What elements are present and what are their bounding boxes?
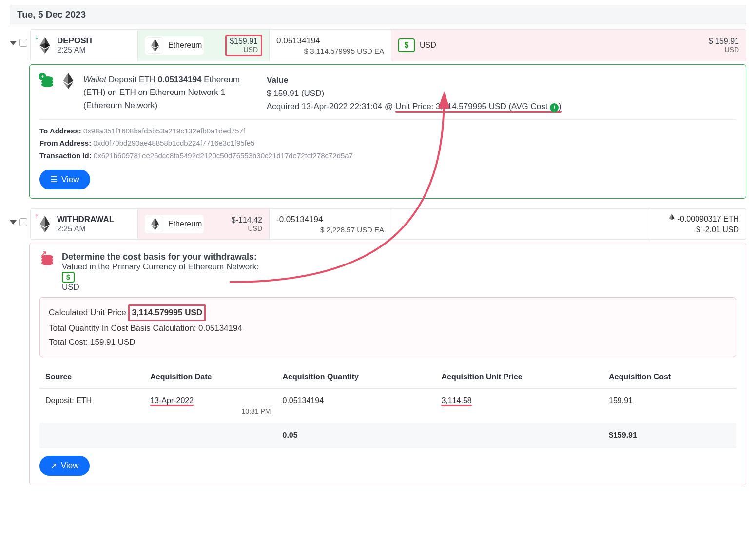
col-acq-qty: Acquisition Quantity — [277, 366, 436, 389]
tx-type-cell: ↓ DEPOSIT 2:25 AM — [31, 30, 138, 61]
menu-icon: ☰ — [50, 174, 58, 185]
quantity: -0.05134194 — [276, 215, 323, 225]
highlighted-unit-price: Unit Price: 3,114.579995 USD (AVG Cost i… — [395, 102, 562, 113]
col-source: Source — [39, 366, 144, 389]
fee-usd: $ -2.01 USD — [696, 226, 739, 234]
from-address: 0xd0f70bd290ae48858b1cdb224f7716e3c1f95f… — [93, 139, 254, 147]
withdrawal-stack-icon: ↗ — [39, 252, 56, 268]
ethereum-icon — [38, 217, 52, 231]
coin-name: Ethereum — [168, 41, 202, 50]
tx-amount-cell: 0.05134194 $ 3,114.579995 USD EA — [270, 30, 391, 61]
expand-caret-icon[interactable] — [10, 41, 17, 45]
tx-fee-cell: -0.00090317 ETH $ -2.01 USD — [648, 209, 746, 239]
transaction-row-withdrawal: ↑ WITHDRAWAL 2:25 AM Ethereum $-114.42 U… — [10, 208, 746, 240]
tx-time: 2:25 AM — [57, 46, 94, 55]
arrow-up-icon: ↑ — [35, 212, 39, 221]
table-header-row: Source Acquisition Date Acquisition Quan… — [39, 366, 736, 389]
tx-empty-cell — [391, 209, 648, 239]
fiat-unit: USD — [709, 46, 739, 54]
select-checkbox[interactable] — [19, 39, 27, 47]
table-row: Deposit: ETH 13-Apr-2022 10:31 PM 0.0513… — [39, 388, 736, 423]
expand-caret-icon[interactable] — [10, 220, 17, 225]
tx-amount-cell: -0.05134194 $ 2,228.57 USD EA — [270, 209, 391, 239]
total-qty: 0.05 — [277, 423, 436, 448]
dollar-icon: $ — [62, 272, 75, 283]
cell-price: 3,114.58 — [435, 388, 603, 423]
unit-price: $ 2,228.57 USD EA — [320, 226, 384, 234]
open-icon: ↗ — [50, 461, 57, 471]
dollar-icon: $ — [398, 38, 415, 52]
info-icon[interactable]: i — [550, 103, 559, 112]
total-qty-line: Total Quantity In Cost Basis Calculation… — [49, 321, 727, 336]
cost-basis-subline: Valued in the Primary Currency of Ethere… — [62, 262, 259, 292]
calculation-box: Calculated Unit Price 3,114.579995 USD T… — [39, 297, 736, 357]
total-cost: $159.91 — [603, 423, 736, 448]
tx-coin-cell: Ethereum $159.91 USD — [138, 30, 270, 61]
wallet-description: Wallet Deposit ETH 0.05134194 Ethereum (… — [83, 74, 259, 112]
tx-coin-cell: Ethereum $-114.42 USD — [138, 209, 270, 239]
date-header: Tue, 5 Dec 2023 — [10, 5, 746, 24]
select-checkbox[interactable] — [19, 218, 27, 226]
unit-price: $ 3,114.579995 USD EA — [304, 47, 384, 55]
cell-source: Deposit: ETH — [39, 388, 144, 423]
tx-type-label: WITHDRAWAL — [57, 215, 114, 225]
ethereum-icon — [38, 38, 52, 53]
arrow-down-icon: ↓ — [35, 33, 39, 41]
deposit-expand-panel: + Wallet Deposit ETH 0.05134194 Ethereum… — [29, 64, 746, 199]
tx-type-label: DEPOSIT — [57, 36, 94, 46]
table-totals-row: 0.05 $159.91 — [39, 423, 736, 448]
tx-time: 2:25 AM — [57, 225, 114, 233]
transaction-id: 0x621b609781ee26dcc8fa5492d2120c50d76553… — [94, 151, 353, 160]
deposit-stack-icon: + — [39, 74, 56, 90]
cell-cost: 159.91 — [603, 388, 736, 423]
quantity: 0.05134194 — [276, 36, 320, 46]
tx-fiat-cell: $ USD $ 159.91 USD — [391, 30, 746, 61]
ethereum-icon — [669, 214, 675, 225]
fee-qty: -0.00090317 ETH — [678, 215, 739, 224]
ethereum-icon — [147, 37, 163, 54]
ethereum-icon — [61, 74, 76, 88]
coin-name: Ethereum — [168, 220, 202, 228]
transaction-row-deposit: ↓ DEPOSIT 2:25 AM Ethereum $159.91 USD 0 — [10, 29, 746, 61]
view-button[interactable]: ☰ View — [39, 170, 90, 189]
address-block: To Address: 0x98a351f1608bafd5b53a219c13… — [39, 119, 736, 162]
withdrawal-expand-panel: ↗ Determine the cost basis for your with… — [29, 243, 746, 485]
fiat-value: $ 159.91 — [709, 37, 739, 46]
tx-type-cell: ↑ WITHDRAWAL 2:25 AM — [31, 209, 138, 239]
col-acq-cost: Acquisition Cost — [603, 366, 736, 389]
cost-basis-table: Source Acquisition Date Acquisition Quan… — [39, 366, 736, 448]
col-acq-date: Acquisition Date — [144, 366, 276, 389]
fiat-name: USD — [420, 41, 436, 50]
col-acq-price: Acquisition Unit Price — [435, 366, 603, 389]
view-button[interactable]: ↗ View — [39, 456, 90, 476]
highlighted-usd-value: $159.91 USD — [225, 35, 262, 56]
total-cost-line: Total Cost: 159.91 USD — [49, 336, 727, 350]
cost-basis-heading: Determine the cost basis for your withdr… — [62, 252, 259, 262]
cell-date: 13-Apr-2022 10:31 PM — [144, 388, 276, 423]
highlighted-calc-price: 3,114.579995 USD — [128, 304, 206, 321]
cell-qty: 0.05134194 — [277, 388, 436, 423]
ethereum-icon — [147, 216, 163, 232]
to-address: 0x98a351f1608bafd5b53a219c132efb0a1ded75… — [83, 127, 245, 135]
value-section: Value $ 159.91 (USD) Acquired 13-Apr-202… — [267, 74, 562, 113]
